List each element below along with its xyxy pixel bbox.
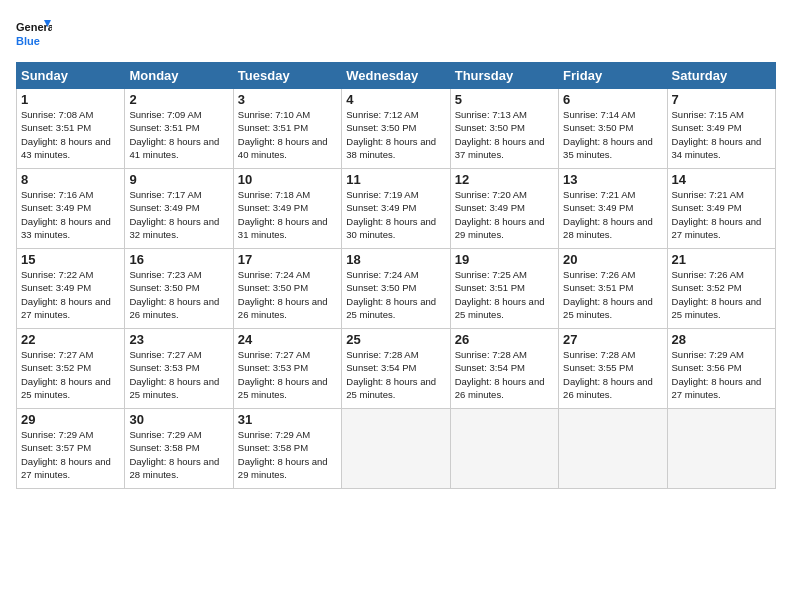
weekday-header-tuesday: Tuesday [233,63,341,89]
calendar-week-1: 1Sunrise: 7:08 AMSunset: 3:51 PMDaylight… [17,89,776,169]
day-detail: Sunrise: 7:28 AMSunset: 3:54 PMDaylight:… [455,348,554,401]
calendar-cell: 13Sunrise: 7:21 AMSunset: 3:49 PMDayligh… [559,169,667,249]
calendar-cell: 22Sunrise: 7:27 AMSunset: 3:52 PMDayligh… [17,329,125,409]
day-detail: Sunrise: 7:27 AMSunset: 3:53 PMDaylight:… [129,348,228,401]
day-detail: Sunrise: 7:19 AMSunset: 3:49 PMDaylight:… [346,188,445,241]
day-detail: Sunrise: 7:16 AMSunset: 3:49 PMDaylight:… [21,188,120,241]
day-detail: Sunrise: 7:28 AMSunset: 3:54 PMDaylight:… [346,348,445,401]
calendar-week-2: 8Sunrise: 7:16 AMSunset: 3:49 PMDaylight… [17,169,776,249]
calendar-cell: 19Sunrise: 7:25 AMSunset: 3:51 PMDayligh… [450,249,558,329]
calendar-cell: 15Sunrise: 7:22 AMSunset: 3:49 PMDayligh… [17,249,125,329]
logo: General Blue [16,16,52,52]
calendar-cell [450,409,558,489]
calendar-cell: 30Sunrise: 7:29 AMSunset: 3:58 PMDayligh… [125,409,233,489]
day-number: 25 [346,332,445,347]
day-number: 1 [21,92,120,107]
svg-text:Blue: Blue [16,35,40,47]
calendar-cell: 14Sunrise: 7:21 AMSunset: 3:49 PMDayligh… [667,169,775,249]
calendar-week-3: 15Sunrise: 7:22 AMSunset: 3:49 PMDayligh… [17,249,776,329]
day-detail: Sunrise: 7:18 AMSunset: 3:49 PMDaylight:… [238,188,337,241]
calendar-week-5: 29Sunrise: 7:29 AMSunset: 3:57 PMDayligh… [17,409,776,489]
calendar-cell: 6Sunrise: 7:14 AMSunset: 3:50 PMDaylight… [559,89,667,169]
page-header: General Blue [16,16,776,52]
calendar-cell: 1Sunrise: 7:08 AMSunset: 3:51 PMDaylight… [17,89,125,169]
calendar-cell: 11Sunrise: 7:19 AMSunset: 3:49 PMDayligh… [342,169,450,249]
calendar-week-4: 22Sunrise: 7:27 AMSunset: 3:52 PMDayligh… [17,329,776,409]
day-number: 8 [21,172,120,187]
calendar-cell: 24Sunrise: 7:27 AMSunset: 3:53 PMDayligh… [233,329,341,409]
day-detail: Sunrise: 7:26 AMSunset: 3:52 PMDaylight:… [672,268,771,321]
calendar-cell: 2Sunrise: 7:09 AMSunset: 3:51 PMDaylight… [125,89,233,169]
calendar-cell: 26Sunrise: 7:28 AMSunset: 3:54 PMDayligh… [450,329,558,409]
weekday-header-monday: Monday [125,63,233,89]
day-detail: Sunrise: 7:29 AMSunset: 3:57 PMDaylight:… [21,428,120,481]
calendar-table: SundayMondayTuesdayWednesdayThursdayFrid… [16,62,776,489]
day-detail: Sunrise: 7:24 AMSunset: 3:50 PMDaylight:… [238,268,337,321]
calendar-cell: 21Sunrise: 7:26 AMSunset: 3:52 PMDayligh… [667,249,775,329]
day-number: 13 [563,172,662,187]
day-number: 3 [238,92,337,107]
calendar-cell: 3Sunrise: 7:10 AMSunset: 3:51 PMDaylight… [233,89,341,169]
weekday-header-saturday: Saturday [667,63,775,89]
day-number: 23 [129,332,228,347]
day-number: 17 [238,252,337,267]
calendar-cell [559,409,667,489]
day-detail: Sunrise: 7:22 AMSunset: 3:49 PMDaylight:… [21,268,120,321]
calendar-cell [342,409,450,489]
day-detail: Sunrise: 7:24 AMSunset: 3:50 PMDaylight:… [346,268,445,321]
day-number: 5 [455,92,554,107]
day-number: 12 [455,172,554,187]
calendar-cell: 5Sunrise: 7:13 AMSunset: 3:50 PMDaylight… [450,89,558,169]
day-detail: Sunrise: 7:29 AMSunset: 3:58 PMDaylight:… [129,428,228,481]
day-detail: Sunrise: 7:15 AMSunset: 3:49 PMDaylight:… [672,108,771,161]
day-detail: Sunrise: 7:09 AMSunset: 3:51 PMDaylight:… [129,108,228,161]
day-number: 27 [563,332,662,347]
day-number: 6 [563,92,662,107]
day-detail: Sunrise: 7:08 AMSunset: 3:51 PMDaylight:… [21,108,120,161]
day-number: 22 [21,332,120,347]
page-container: General Blue SundayMondayTuesdayWednesda… [0,0,792,497]
weekday-header-row: SundayMondayTuesdayWednesdayThursdayFrid… [17,63,776,89]
day-number: 14 [672,172,771,187]
day-number: 9 [129,172,228,187]
day-number: 30 [129,412,228,427]
weekday-header-wednesday: Wednesday [342,63,450,89]
day-detail: Sunrise: 7:28 AMSunset: 3:55 PMDaylight:… [563,348,662,401]
calendar-cell: 20Sunrise: 7:26 AMSunset: 3:51 PMDayligh… [559,249,667,329]
day-number: 7 [672,92,771,107]
day-number: 16 [129,252,228,267]
day-detail: Sunrise: 7:21 AMSunset: 3:49 PMDaylight:… [672,188,771,241]
day-number: 11 [346,172,445,187]
day-detail: Sunrise: 7:14 AMSunset: 3:50 PMDaylight:… [563,108,662,161]
day-detail: Sunrise: 7:21 AMSunset: 3:49 PMDaylight:… [563,188,662,241]
day-detail: Sunrise: 7:12 AMSunset: 3:50 PMDaylight:… [346,108,445,161]
day-number: 18 [346,252,445,267]
calendar-cell: 27Sunrise: 7:28 AMSunset: 3:55 PMDayligh… [559,329,667,409]
calendar-cell: 9Sunrise: 7:17 AMSunset: 3:49 PMDaylight… [125,169,233,249]
day-detail: Sunrise: 7:29 AMSunset: 3:56 PMDaylight:… [672,348,771,401]
calendar-cell: 8Sunrise: 7:16 AMSunset: 3:49 PMDaylight… [17,169,125,249]
day-detail: Sunrise: 7:20 AMSunset: 3:49 PMDaylight:… [455,188,554,241]
calendar-cell: 31Sunrise: 7:29 AMSunset: 3:58 PMDayligh… [233,409,341,489]
day-number: 15 [21,252,120,267]
day-number: 29 [21,412,120,427]
day-detail: Sunrise: 7:10 AMSunset: 3:51 PMDaylight:… [238,108,337,161]
day-detail: Sunrise: 7:13 AMSunset: 3:50 PMDaylight:… [455,108,554,161]
logo-svg-icon: General Blue [16,16,52,52]
day-number: 19 [455,252,554,267]
day-detail: Sunrise: 7:29 AMSunset: 3:58 PMDaylight:… [238,428,337,481]
calendar-cell: 17Sunrise: 7:24 AMSunset: 3:50 PMDayligh… [233,249,341,329]
calendar-cell: 23Sunrise: 7:27 AMSunset: 3:53 PMDayligh… [125,329,233,409]
day-number: 20 [563,252,662,267]
calendar-cell: 12Sunrise: 7:20 AMSunset: 3:49 PMDayligh… [450,169,558,249]
weekday-header-friday: Friday [559,63,667,89]
day-number: 31 [238,412,337,427]
day-number: 21 [672,252,771,267]
day-detail: Sunrise: 7:17 AMSunset: 3:49 PMDaylight:… [129,188,228,241]
calendar-cell: 7Sunrise: 7:15 AMSunset: 3:49 PMDaylight… [667,89,775,169]
day-number: 2 [129,92,228,107]
day-number: 4 [346,92,445,107]
calendar-cell: 4Sunrise: 7:12 AMSunset: 3:50 PMDaylight… [342,89,450,169]
calendar-cell: 28Sunrise: 7:29 AMSunset: 3:56 PMDayligh… [667,329,775,409]
calendar-cell: 29Sunrise: 7:29 AMSunset: 3:57 PMDayligh… [17,409,125,489]
